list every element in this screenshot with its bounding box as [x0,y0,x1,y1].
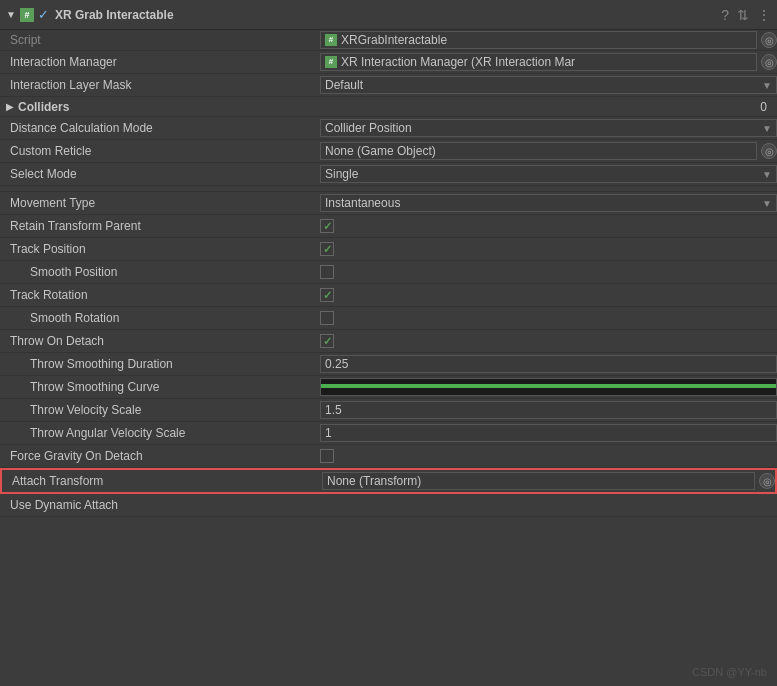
sort-icon[interactable]: ⇅ [737,7,749,23]
movement-type-label: Movement Type [0,193,320,213]
select-mode-dropdown[interactable]: Single ▼ [320,165,777,183]
interaction-manager-row: Interaction Manager # XR Interaction Man… [0,51,777,74]
force-gravity-label: Force Gravity On Detach [0,446,320,466]
retain-transform-value-container [320,219,777,233]
retain-transform-label: Retain Transform Parent [0,216,320,236]
throw-angular-velocity-label: Throw Angular Velocity Scale [0,423,320,443]
throw-velocity-scale-value-container: 1.5 [320,401,777,419]
interaction-manager-value-container: # XR Interaction Manager (XR Interaction… [320,53,777,71]
distance-calc-value-container: Collider Position ▼ [320,119,777,137]
throw-on-detach-value-container [320,334,777,348]
script-label: Script [0,33,320,47]
component-title: XR Grab Interactable [55,8,721,22]
smooth-position-label: Smooth Position [0,262,320,282]
distance-calc-label: Distance Calculation Mode [0,118,320,138]
track-rotation-value-container [320,288,777,302]
enable-checkbox[interactable]: ✓ [38,7,49,22]
track-rotation-checkbox[interactable] [320,288,334,302]
retain-transform-checkbox[interactable] [320,219,334,233]
smooth-rotation-label: Smooth Rotation [0,308,320,328]
script-field[interactable]: # XRGrabInteractable [320,31,757,49]
attach-transform-value-container: None (Transform) ◎ [322,472,775,490]
interaction-manager-field[interactable]: # XR Interaction Manager (XR Interaction… [320,53,757,71]
interaction-manager-label: Interaction Manager [0,52,320,72]
attach-transform-label: Attach Transform [2,471,322,491]
throw-smoothing-curve-row: Throw Smoothing Curve [0,376,777,399]
select-mode-row: Select Mode Single ▼ [0,163,777,186]
force-gravity-value-container [320,449,777,463]
movement-type-value: Instantaneous [325,196,400,210]
throw-angular-velocity-field[interactable]: 1 [320,424,777,442]
throw-on-detach-checkbox[interactable] [320,334,334,348]
throw-smoothing-duration-row: Throw Smoothing Duration 0.25 [0,353,777,376]
custom-reticle-field[interactable]: None (Game Object) [320,142,757,160]
throw-smoothing-curve-value-container [320,378,777,396]
throw-velocity-scale-label: Throw Velocity Scale [0,400,320,420]
interaction-layer-mask-value: Default [325,78,363,92]
throw-on-detach-row: Throw On Detach [0,330,777,353]
select-mode-value: Single [325,167,358,181]
distance-calc-row: Distance Calculation Mode Collider Posit… [0,117,777,140]
interaction-layer-mask-dropdown[interactable]: Default ▼ [320,76,777,94]
select-mode-value-container: Single ▼ [320,165,777,183]
track-position-label: Track Position [0,239,320,259]
toggle-arrow-icon[interactable]: ▼ [6,9,16,20]
interaction-layer-mask-label: Interaction Layer Mask [0,75,320,95]
colliders-row: ▶ Colliders 0 [0,97,777,117]
help-icon[interactable]: ? [721,7,729,23]
manager-icon: # [325,56,337,68]
interaction-layer-mask-value-container: Default ▼ [320,76,777,94]
dropdown-arrow-icon: ▼ [762,80,772,91]
use-dynamic-attach-label: Use Dynamic Attach [0,495,320,515]
use-dynamic-attach-row: Use Dynamic Attach [0,494,777,517]
smooth-rotation-value-container [320,311,777,325]
more-icon[interactable]: ⋮ [757,7,771,23]
throw-velocity-scale-row: Throw Velocity Scale 1.5 [0,399,777,422]
force-gravity-checkbox[interactable] [320,449,334,463]
dropdown-arrow-icon2: ▼ [762,123,772,134]
track-rotation-row: Track Rotation [0,284,777,307]
script-file-icon: # [325,34,337,46]
force-gravity-row: Force Gravity On Detach [0,445,777,468]
throw-velocity-scale-field[interactable]: 1.5 [320,401,777,419]
script-select-btn[interactable]: ◎ [761,32,777,48]
throw-on-detach-label: Throw On Detach [0,331,320,351]
retain-transform-row: Retain Transform Parent [0,215,777,238]
interaction-manager-value: XR Interaction Manager (XR Interaction M… [341,55,575,69]
custom-reticle-value-container: None (Game Object) ◎ [320,142,777,160]
component-header: ▼ # ✓ XR Grab Interactable ? ⇅ ⋮ [0,0,777,30]
custom-reticle-value: None (Game Object) [325,144,436,158]
script-value-container: # XRGrabInteractable ◎ [320,31,777,49]
movement-type-value-container: Instantaneous ▼ [320,194,777,212]
throw-smoothing-curve-field[interactable] [320,378,777,396]
interaction-layer-mask-row: Interaction Layer Mask Default ▼ [0,74,777,97]
colliders-value: 0 [697,100,777,114]
throw-smoothing-curve-label: Throw Smoothing Curve [0,377,320,397]
colliders-arrow-icon[interactable]: ▶ [6,101,14,112]
attach-transform-field[interactable]: None (Transform) [322,472,755,490]
distance-calc-value: Collider Position [325,121,412,135]
throw-angular-velocity-row: Throw Angular Velocity Scale 1 [0,422,777,445]
attach-transform-row: Attach Transform None (Transform) ◎ [0,468,777,494]
custom-reticle-row: Custom Reticle None (Game Object) ◎ [0,140,777,163]
throw-angular-velocity-value-container: 1 [320,424,777,442]
track-position-value-container [320,242,777,256]
curve-green-line [321,384,776,388]
smooth-rotation-row: Smooth Rotation [0,307,777,330]
throw-smoothing-duration-value-container: 0.25 [320,355,777,373]
smooth-position-checkbox[interactable] [320,265,334,279]
attach-transform-select-btn[interactable]: ◎ [759,473,775,489]
track-position-checkbox[interactable] [320,242,334,256]
manager-select-btn[interactable]: ◎ [761,54,777,70]
script-icon: # [20,8,34,22]
script-row: Script # XRGrabInteractable ◎ [0,30,777,51]
smooth-position-value-container [320,265,777,279]
distance-calc-dropdown[interactable]: Collider Position ▼ [320,119,777,137]
colliders-label: Colliders [18,100,697,114]
smooth-rotation-checkbox[interactable] [320,311,334,325]
reticle-select-btn[interactable]: ◎ [761,143,777,159]
movement-type-dropdown[interactable]: Instantaneous ▼ [320,194,777,212]
throw-smoothing-duration-field[interactable]: 0.25 [320,355,777,373]
inspector-panel: ▼ # ✓ XR Grab Interactable ? ⇅ ⋮ Script … [0,0,777,686]
header-icons: ? ⇅ ⋮ [721,7,771,23]
